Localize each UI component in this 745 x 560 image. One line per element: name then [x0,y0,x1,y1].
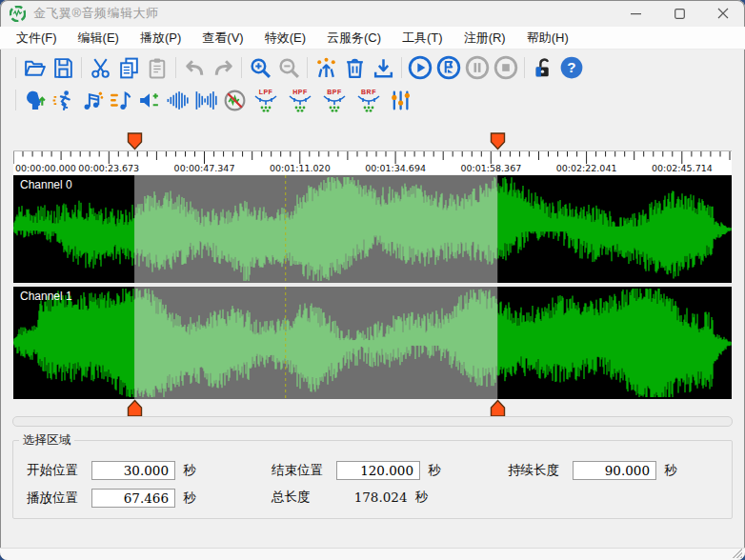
duration-input[interactable] [573,461,656,480]
waveform-channel-0[interactable] [13,175,732,283]
selection-start-marker-bottom[interactable] [127,399,143,417]
tempo-button[interactable] [50,87,76,113]
mix-icon [314,56,338,80]
open-button[interactable] [21,54,48,81]
channel-1-label: Channel 1 [20,290,72,303]
close-icon [717,8,729,19]
channel-0-label: Channel 0 [20,178,72,191]
ruler-label: 00:02:22.041 [556,163,617,173]
menu-register[interactable]: 注册(R) [453,27,516,50]
fade-out-bars-button[interactable] [192,87,219,113]
fade-out-bars-icon [194,89,218,112]
stop-button[interactable] [493,54,519,81]
copy-button[interactable] [115,54,142,81]
maximize-button[interactable] [657,0,701,27]
menu-play[interactable]: 播放(P) [130,27,191,50]
selection-start-marker-top[interactable] [127,132,143,150]
menu-edit[interactable]: 编辑(E) [68,27,130,50]
toolbar-separator [401,57,402,78]
menu-effects[interactable]: 特效(E) [254,27,316,50]
noise-reduction-button[interactable] [221,87,248,113]
volume-button[interactable] [135,87,162,113]
voice-button[interactable] [21,87,48,113]
resize-grip-icon[interactable] [733,549,742,558]
trim-button[interactable] [370,54,396,81]
ruler-label: 00:00:00.000 [15,163,76,173]
pitch-button[interactable] [78,87,105,113]
minimize-button[interactable] [614,0,657,27]
tempo-icon [51,89,75,112]
ruler-label: 00:01:58.367 [460,163,521,173]
end-position-input[interactable] [336,461,420,480]
play-button[interactable] [407,54,433,81]
menu-tools[interactable]: 工具(T) [392,27,453,50]
open-folder-icon [23,56,47,80]
close-button[interactable] [701,0,745,27]
redo-button[interactable] [210,54,236,81]
duration-unit: 秒 [664,462,677,479]
status-bar [0,549,745,560]
toolbar-separator [307,57,308,78]
brf-filter-icon [356,95,381,112]
play-position-input[interactable] [91,489,175,508]
end-position-label: 结束位置 [272,462,323,479]
cut-icon [89,56,112,80]
paste-icon [146,56,170,80]
lpf-filter-icon [253,95,278,112]
mix-button[interactable] [312,54,339,81]
menu-help[interactable]: 帮助(H) [516,27,579,50]
lpf-label: LPF [259,89,273,95]
duration-label: 持续长度 [508,462,559,479]
timeline-ruler[interactable]: 00:00:00.00000:00:23.67300:00:47.34700:0… [13,150,732,174]
play-icon [408,55,433,80]
window-title: 金飞翼®音频编辑大师 [33,5,159,22]
paste-button[interactable] [144,54,171,81]
title-bar: 金飞翼®音频编辑大师 [0,0,745,27]
delete-button[interactable] [341,54,368,81]
horizontal-scrollbar[interactable] [12,416,733,427]
hpf-filter-icon [288,95,312,112]
pause-button[interactable] [464,54,491,81]
start-position-unit: 秒 [183,462,196,479]
hpf-filter-button[interactable]: HPF [284,87,316,113]
save-button[interactable] [50,54,76,81]
waveform-channel-1[interactable] [13,287,732,399]
lpf-filter-button[interactable]: LPF [250,87,282,113]
fade-in-bars-button[interactable] [164,87,191,113]
ruler-label: 00:01:34.694 [365,163,426,173]
zoom-out-button[interactable] [275,54,302,81]
volume-icon [137,89,161,112]
toolbar-grip [15,90,16,110]
toolbar-separator [524,57,525,78]
menu-cloud[interactable]: 云服务(C) [316,27,392,50]
bpf-filter-button[interactable]: BPF [318,87,351,113]
selection-end-marker-bottom[interactable] [490,399,506,417]
selection-end-marker-top[interactable] [490,132,506,150]
sliders-button[interactable] [387,87,413,113]
duration-field: 持续长度 秒 [508,461,677,480]
menu-file[interactable]: 文件(F) [6,27,68,50]
cut-button[interactable] [87,54,113,81]
zoom-in-button[interactable] [247,54,273,81]
total-length-field: 总长度 178.024 秒 [272,489,428,506]
play-position-field: 播放位置 秒 [27,489,196,508]
lock-button[interactable] [530,54,556,81]
toolbar-grip [15,57,16,78]
undo-button[interactable] [181,54,208,81]
minimize-icon [631,9,641,19]
start-position-input[interactable] [91,461,175,480]
brf-filter-button[interactable]: BRF [352,87,385,113]
pause-icon [465,55,490,80]
equalizer-button[interactable] [107,87,133,113]
help-icon: ? [559,55,584,80]
play-selection-button[interactable] [435,54,462,81]
waveform-display[interactable]: Channel 0 Channel 1 [13,175,732,399]
start-position-field: 开始位置 秒 [27,461,196,480]
menu-view[interactable]: 查看(V) [191,27,253,50]
help-button[interactable]: ? [558,54,585,81]
stop-icon [493,55,518,80]
menu-bar: 文件(F) 编辑(E) 播放(P) 查看(V) 特效(E) 云服务(C) 工具(… [0,27,745,50]
toolbar-separator [81,57,82,78]
zoom-out-icon [277,56,301,80]
pitch-icon [80,89,104,112]
